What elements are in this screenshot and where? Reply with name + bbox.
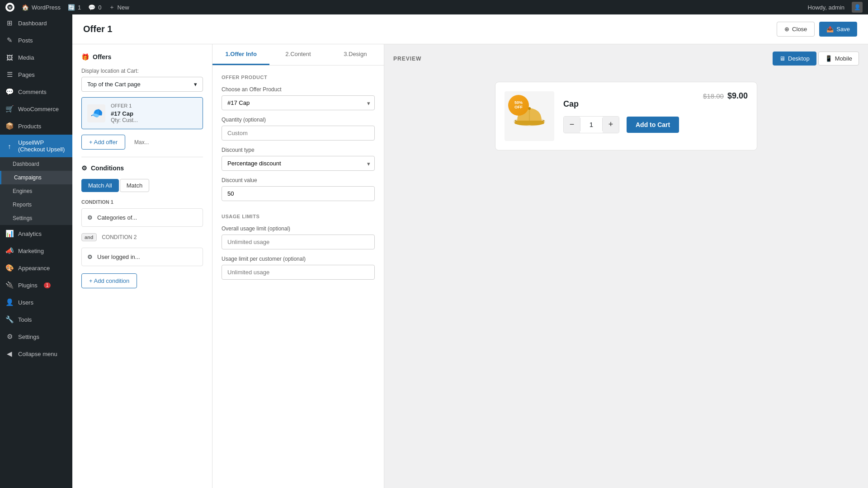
collapse-icon: ◀ — [5, 350, 14, 358]
pages-icon: ☰ — [5, 70, 14, 79]
condition-2-text: User logged in... — [97, 253, 140, 260]
offer-item-details: OFFER 1 #17 Cap Qty: Cust... — [111, 103, 138, 123]
qty-decrease-button[interactable]: − — [564, 117, 580, 133]
user-avatar[interactable]: 👤 — [852, 2, 863, 13]
posts-icon: ✎ — [5, 36, 14, 44]
updates-icon: 🔄 — [68, 4, 75, 11]
save-button[interactable]: 📤 Save — [819, 22, 857, 37]
preview-mode-buttons: 🖥 Desktop 📱 Mobile — [773, 52, 859, 66]
sidebar-item-collapse[interactable]: ◀ Collapse menu — [0, 345, 72, 362]
sidebar-item-plugins[interactable]: 🔌 Plugins 1 — [0, 277, 72, 294]
qty-increase-button[interactable]: + — [603, 117, 619, 133]
sidebar-item-analytics[interactable]: 📊 Analytics — [0, 225, 72, 242]
sidebar-label-settings: Settings — [18, 333, 39, 340]
sidebar-item-dashboard-sub[interactable]: Dashboard — [0, 157, 72, 171]
sidebar: ⊞ Dashboard ✎ Posts 🖼 Media ☰ Pages 💬 Co… — [0, 14, 72, 488]
overall-usage-input[interactable] — [222, 235, 375, 249]
admin-bar: W 🏠 WordPress 🔄 1 💬 0 ＋ New Howdy, admin… — [0, 0, 868, 14]
discount-type-select[interactable]: Percentage discount Fixed discount — [222, 156, 375, 171]
sidebar-item-media[interactable]: 🖼 Media — [0, 49, 72, 66]
sidebar-item-reports-sub[interactable]: Reports — [0, 198, 72, 211]
add-to-cart-button[interactable]: Add to Cart — [627, 117, 679, 133]
qty-value: 1 — [580, 118, 603, 131]
offer-1-label: OFFER 1 — [111, 103, 138, 108]
discount-value-label: Discount value — [222, 177, 375, 183]
match-all-tab[interactable]: Match All — [81, 179, 119, 192]
condition-item-2[interactable]: ⚙ User logged in... — [81, 248, 203, 266]
conditions-section-title: ⚙ Conditions — [81, 164, 203, 172]
sidebar-item-woocommerce[interactable]: 🛒 WooCommerce — [0, 100, 72, 117]
sidebar-item-users[interactable]: 👤 Users — [0, 294, 72, 311]
new-link[interactable]: ＋ New — [109, 3, 129, 11]
sidebar-submenu-upsellwp: Dashboard Campaigns Engines Reports Sett… — [0, 157, 72, 225]
mobile-button[interactable]: 📱 Mobile — [818, 52, 859, 66]
discount-value-input[interactable] — [222, 186, 375, 201]
save-icon: 📤 — [826, 26, 834, 33]
max-offers-note: Max... — [134, 139, 149, 145]
comments-sidebar-icon: 💬 — [5, 88, 14, 96]
sidebar-item-campaigns[interactable]: Campaigns — [0, 171, 72, 184]
new-label: New — [118, 4, 129, 11]
quantity-label: Quantity (optional) — [222, 117, 375, 123]
modal-header-actions: ⊕ Close 📤 Save — [777, 22, 857, 37]
sidebar-item-settings[interactable]: ⚙ Settings — [0, 328, 72, 345]
condition-2-label: CONDITION 2 — [102, 234, 137, 240]
offers-icon: 🎁 — [81, 53, 89, 61]
product-select-input[interactable] — [222, 95, 375, 110]
sidebar-item-engines[interactable]: Engines — [0, 184, 72, 198]
updates-link[interactable]: 🔄 1 — [68, 4, 81, 11]
add-offer-button[interactable]: + Add offer — [81, 135, 125, 150]
and-section: and CONDITION 2 — [81, 230, 203, 244]
badge-text: 50%OFF — [514, 101, 523, 110]
wp-logo: W — [5, 3, 14, 12]
sidebar-item-products[interactable]: 📦 Products — [0, 117, 72, 135]
tab-content[interactable]: 2.Content — [269, 44, 326, 65]
plus-icon: ＋ — [109, 3, 115, 11]
tools-icon: 🔧 — [5, 315, 14, 324]
close-button[interactable]: ⊕ Close — [777, 22, 815, 37]
preview-card: $18.00 $9.00 50%OFF — [495, 82, 757, 150]
per-customer-input[interactable] — [222, 265, 375, 280]
sidebar-item-settings-sub[interactable]: Settings — [0, 211, 72, 225]
sidebar-label-reports-sub: Reports — [13, 202, 32, 208]
condition-1-text: Categories of... — [97, 214, 137, 221]
tab-design[interactable]: 3.Design — [327, 44, 384, 65]
comments-link[interactable]: 💬 0 — [88, 4, 101, 11]
desktop-button[interactable]: 🖥 Desktop — [773, 52, 816, 66]
sidebar-item-tools[interactable]: 🔧 Tools — [0, 311, 72, 328]
sidebar-label-appearance: Appearance — [18, 265, 50, 272]
sidebar-item-pages[interactable]: ☰ Pages — [0, 66, 72, 83]
sidebar-label-collapse: Collapse menu — [18, 351, 57, 357]
overall-usage-label: Overall usage limit (optional) — [222, 225, 375, 232]
match-tabs: Match All Match — [81, 179, 203, 192]
offer-product-section-title: OFFER PRODUCT — [222, 75, 375, 80]
condition-item-1[interactable]: ⚙ Categories of... — [81, 208, 203, 227]
sidebar-item-comments[interactable]: 💬 Comments — [0, 83, 72, 100]
sidebar-label-media: Media — [18, 54, 34, 61]
sidebar-item-dashboard[interactable]: ⊞ Dashboard — [0, 14, 72, 32]
quantity-input[interactable] — [222, 126, 375, 141]
offer-1-qty: Qty: Cust... — [111, 117, 138, 123]
tab-offer-info[interactable]: 1.Offer Info — [212, 44, 269, 65]
sidebar-item-appearance[interactable]: 🎨 Appearance — [0, 259, 72, 277]
offer-item-1[interactable]: 🧢 OFFER 1 #17 Cap Qty: Cust... — [81, 97, 203, 129]
sidebar-label-marketing: Marketing — [18, 248, 44, 254]
preview-prices: $18.00 $9.00 — [703, 91, 748, 101]
add-condition-button[interactable]: + Add condition — [81, 273, 137, 288]
sidebar-item-upsellwp[interactable]: ↑ UpsellWP (Checkout Upsell) — [0, 135, 72, 157]
products-icon: 📦 — [5, 122, 14, 130]
sidebar-item-marketing[interactable]: 📣 Marketing — [0, 242, 72, 259]
match-tab[interactable]: Match — [120, 179, 149, 192]
sidebar-item-posts[interactable]: ✎ Posts — [0, 32, 72, 49]
conditions-section: ⚙ Conditions Match All Match CONDITION 1 — [81, 164, 203, 288]
add-to-cart-label: Add to Cart — [636, 121, 670, 128]
chevron-down-icon: ▾ — [194, 81, 197, 88]
settings-icon: ⚙ — [5, 333, 14, 341]
site-name-link[interactable]: 🏠 WordPress — [22, 4, 61, 11]
display-location-select[interactable]: Top of the Cart page ▾ — [81, 77, 203, 92]
product-info: Cap − 1 + Add to Cart — [563, 99, 748, 133]
left-content-panel: 🎁 Offers Display location at Cart: Top o… — [72, 44, 212, 488]
sidebar-label-settings-sub: Settings — [13, 215, 32, 221]
wp-logo-link[interactable]: W — [5, 3, 14, 12]
analytics-icon: 📊 — [5, 230, 14, 238]
